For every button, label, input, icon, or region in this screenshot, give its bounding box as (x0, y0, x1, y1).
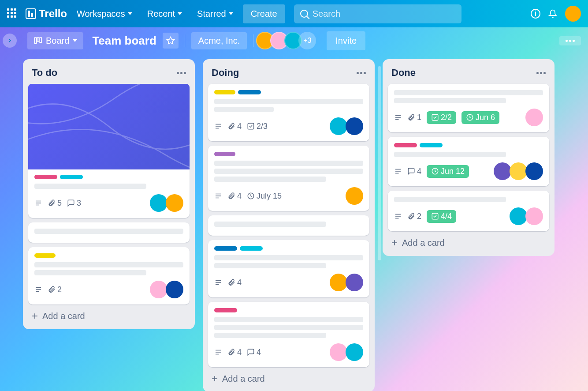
description-icon (34, 199, 42, 207)
member-avatar[interactable] (346, 187, 363, 205)
attachment-icon (48, 199, 56, 207)
attachment-icon (227, 122, 235, 130)
checklist-complete-badge: 4/4 (427, 210, 456, 223)
label-pink[interactable] (34, 175, 57, 179)
card-text-placeholder (214, 222, 326, 227)
search-input[interactable] (313, 9, 455, 19)
board-members[interactable]: +3 (260, 32, 316, 49)
member-avatar[interactable] (330, 274, 347, 291)
card[interactable]: 2 (28, 247, 190, 305)
member-avatar[interactable] (330, 343, 347, 361)
card[interactable]: 44 (208, 302, 369, 367)
logo[interactable]: Trello (26, 8, 67, 20)
member-avatar[interactable] (494, 162, 511, 180)
due-date-complete-badge: Jun 12 (427, 165, 469, 178)
list-menu-button[interactable] (536, 72, 546, 74)
card[interactable]: 4July 15 (208, 146, 369, 211)
card-badges: 42/3 (214, 122, 268, 131)
card-members (331, 343, 363, 361)
label-blue[interactable] (238, 90, 261, 94)
member-avatar[interactable] (510, 162, 527, 180)
card[interactable] (28, 222, 190, 243)
comment-icon (67, 199, 75, 207)
card-labels (34, 253, 183, 258)
card-members (511, 207, 543, 225)
card[interactable]: 53 (28, 84, 190, 218)
list-title[interactable]: Done (391, 67, 416, 79)
description-icon (214, 122, 222, 130)
clock-icon (431, 167, 439, 175)
user-avatar[interactable] (565, 6, 581, 22)
board-title[interactable]: Team board (92, 34, 156, 48)
svg-rect-0 (35, 38, 37, 43)
card-text-placeholder (214, 317, 363, 322)
member-avatar[interactable] (150, 281, 167, 298)
recent-menu[interactable]: Recent (142, 5, 187, 23)
comments-badge: 4 (247, 348, 261, 357)
list-title[interactable]: Doing (212, 67, 239, 79)
label-pink[interactable] (394, 143, 417, 147)
due-date-badge: July 15 (247, 192, 282, 201)
member-avatar[interactable] (166, 194, 183, 212)
member-avatar[interactable] (525, 109, 543, 126)
label-cyan[interactable] (420, 143, 443, 147)
chevron-down-icon (178, 12, 182, 15)
card-cover (28, 84, 190, 169)
board-menu-button[interactable] (559, 36, 581, 45)
member-avatar[interactable] (346, 117, 363, 135)
member-avatar[interactable] (525, 207, 543, 225)
card-badges: 44 (214, 348, 261, 357)
label-cyan[interactable] (240, 246, 263, 251)
card[interactable]: 4 (208, 240, 369, 297)
list-title[interactable]: To do (32, 67, 57, 79)
card[interactable] (208, 215, 369, 236)
add-card-button[interactable]: +Add a card (388, 231, 549, 251)
member-avatar[interactable] (150, 194, 167, 212)
attachment-icon (407, 113, 415, 121)
label-blue[interactable] (214, 246, 237, 251)
info-icon[interactable]: i (531, 9, 540, 19)
clock-icon (247, 192, 255, 200)
member-avatar[interactable] (525, 162, 543, 180)
search-box[interactable] (294, 4, 461, 23)
apps-menu-icon[interactable] (7, 8, 18, 19)
card-text-placeholder (214, 325, 363, 330)
workspace-link[interactable]: Acme, Inc. (191, 32, 247, 49)
card-badges: 12/2Jun 6 (394, 111, 499, 124)
expand-sidebar-button[interactable] (3, 34, 17, 48)
member-avatar[interactable] (330, 117, 347, 135)
invite-button[interactable]: Invite (327, 31, 365, 50)
add-card-button[interactable]: +Add a card (28, 305, 190, 324)
starred-menu[interactable]: Starred (192, 5, 238, 23)
list-menu-button[interactable] (177, 72, 186, 74)
create-button[interactable]: Create (243, 4, 285, 23)
member-avatar[interactable] (346, 343, 363, 361)
member-avatar[interactable] (510, 207, 527, 225)
label-yellow[interactable] (34, 253, 56, 258)
member-avatar[interactable] (166, 281, 183, 298)
card[interactable]: 42/3 (208, 84, 369, 141)
workspaces-menu[interactable]: Workspaces (71, 5, 138, 23)
list-menu-button[interactable] (357, 72, 366, 74)
label-yellow[interactable] (214, 90, 235, 94)
add-card-button[interactable]: +Add a card (208, 367, 369, 387)
card-text-placeholder (394, 98, 506, 103)
member-avatar[interactable] (346, 274, 363, 291)
card-text-placeholder (214, 99, 363, 104)
attachments-badge: 1 (407, 113, 421, 122)
comments-badge: 3 (67, 199, 81, 208)
checklist-icon (431, 113, 439, 121)
more-members-button[interactable]: +3 (298, 32, 316, 49)
card[interactable]: 24/4 (388, 191, 549, 231)
card[interactable]: 4Jun 12 (388, 137, 549, 186)
card[interactable]: 12/2Jun 6 (388, 84, 549, 132)
star-board-button[interactable] (163, 33, 179, 49)
comments-badge: 4 (407, 167, 421, 176)
description-icon (394, 113, 402, 121)
scrollbar[interactable] (378, 66, 381, 260)
label-purple[interactable] (214, 152, 235, 156)
label-pink[interactable] (214, 308, 237, 312)
notifications-icon[interactable] (548, 9, 557, 19)
board-view-switcher[interactable]: Board (27, 32, 83, 49)
label-cyan[interactable] (60, 175, 83, 179)
